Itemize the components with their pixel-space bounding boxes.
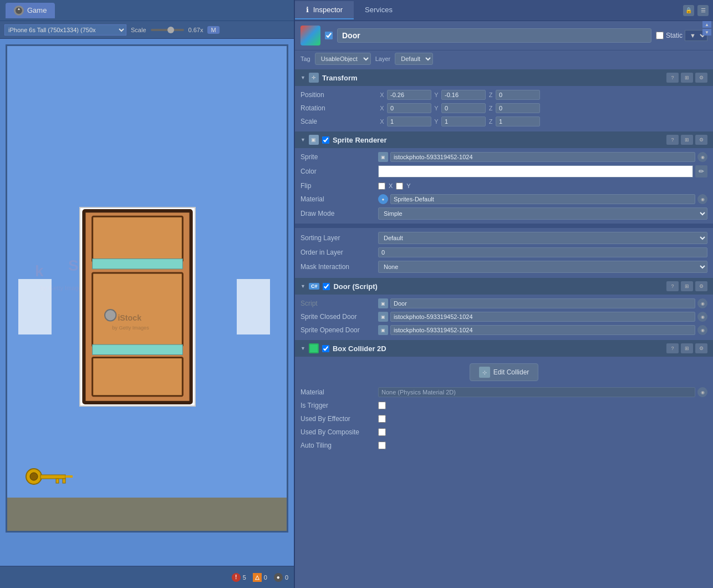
box-collider-layout-btn[interactable]: ⊞ xyxy=(681,343,693,353)
svg-rect-6 xyxy=(93,344,183,354)
pos-y-input[interactable] xyxy=(441,90,486,100)
warn-status[interactable]: △ 0 xyxy=(253,573,267,582)
sprite-opened-icon: ▣ xyxy=(378,325,388,335)
door-script-help-btn[interactable]: ? xyxy=(666,281,679,291)
box-collider-header[interactable]: ▼ Box Collider 2D ? ⊞ ⚙ xyxy=(295,340,713,357)
sorting-layer-label: Sorting Layer xyxy=(301,234,378,242)
sprite-closed-input[interactable] xyxy=(390,312,695,322)
box-collider-chevron: ▼ xyxy=(301,346,305,351)
game-tab[interactable]: Game xyxy=(6,3,55,18)
sprite-renderer-checkbox[interactable] xyxy=(322,136,329,144)
transform-gear-btn[interactable]: ⚙ xyxy=(695,73,707,83)
color-picker[interactable] xyxy=(378,165,693,178)
tab-services[interactable]: Services xyxy=(354,1,404,19)
transform-icon: ✛ xyxy=(309,73,319,83)
draw-mode-select[interactable]: Simple xyxy=(378,207,707,220)
box-collider-section: ▼ Box Collider 2D ? ⊞ ⚙ ⊹ Edit Collider xyxy=(295,340,713,454)
tag-select[interactable]: UsableObject xyxy=(315,53,371,65)
box-collider-checkbox[interactable] xyxy=(322,345,329,352)
collider-material-select-btn[interactable]: ◉ xyxy=(697,387,707,397)
edit-collider-button[interactable]: ⊹ Edit Collider xyxy=(470,363,539,381)
svg-rect-5 xyxy=(93,273,183,346)
is-trigger-checkbox[interactable] xyxy=(378,402,386,409)
sprite-renderer-toolbar: ? ⊞ ⚙ xyxy=(666,135,707,145)
door-script-header[interactable]: ▼ C# Door (Script) ? ⊞ ⚙ xyxy=(295,278,713,295)
material-select-btn[interactable]: ◉ xyxy=(697,194,707,204)
sprite-closed-row: Sprite Closed Door ▣ ◉ xyxy=(295,310,713,323)
inspector-tab-icons: 🔒 ☰ xyxy=(683,5,713,16)
box-collider-icon xyxy=(309,343,319,353)
door-script-layout-btn[interactable]: ⊞ xyxy=(681,281,693,291)
script-input[interactable] xyxy=(390,298,695,308)
sprite-opened-value: ▣ ◉ xyxy=(378,325,707,335)
sprite-value-input[interactable] xyxy=(390,152,695,162)
pos-x-input[interactable] xyxy=(387,90,431,100)
material-input[interactable] xyxy=(390,194,695,204)
flip-x-checkbox[interactable] xyxy=(378,183,385,190)
warn-icon: △ xyxy=(253,573,262,582)
scale-z-input[interactable] xyxy=(496,116,540,126)
flip-y-checkbox[interactable] xyxy=(396,183,403,190)
rot-x-input[interactable] xyxy=(387,103,431,113)
sprite-opened-input[interactable] xyxy=(390,325,695,335)
transform-help-btn[interactable]: ? xyxy=(666,73,679,83)
sprite-closed-select-btn[interactable]: ◉ xyxy=(697,312,707,322)
transform-header[interactable]: ▼ ✛ Transform ? ⊞ ⚙ xyxy=(295,69,713,86)
error-status[interactable]: ! 5 xyxy=(232,573,246,582)
sorting-layer-select[interactable]: Default xyxy=(378,232,707,244)
game-toolbar: iPhone 6s Tall (750x1334) (750x Scale 0.… xyxy=(0,21,294,39)
pos-z-input[interactable] xyxy=(496,90,540,100)
transform-chevron: ▼ xyxy=(301,75,305,80)
scale-z-label: Z xyxy=(487,118,495,125)
scroll-up-arrow[interactable]: ▲ xyxy=(702,21,711,28)
collider-material-input[interactable] xyxy=(378,387,695,397)
scale-x-input[interactable] xyxy=(387,116,431,126)
color-value: ✏ xyxy=(378,165,707,178)
used-by-composite-checkbox[interactable] xyxy=(378,428,386,436)
box-collider-help-btn[interactable]: ? xyxy=(666,343,679,353)
material-label: Material xyxy=(301,195,378,203)
material-row: Material ● ◉ xyxy=(295,192,713,206)
separator1 xyxy=(295,224,713,228)
scale-y-input[interactable] xyxy=(441,116,486,126)
svg-rect-3 xyxy=(93,216,183,261)
rot-z-input[interactable] xyxy=(496,103,540,113)
box-collider-gear-btn[interactable]: ⚙ xyxy=(695,343,707,353)
sprite-renderer-gear-btn[interactable]: ⚙ xyxy=(695,135,707,145)
static-checkbox[interactable] xyxy=(656,32,664,39)
pos-z-label: Z xyxy=(487,92,495,98)
order-in-layer-input[interactable] xyxy=(378,247,707,257)
object-name-input[interactable] xyxy=(337,28,651,43)
auto-tiling-checkbox[interactable] xyxy=(378,442,386,449)
script-select-btn[interactable]: ◉ xyxy=(697,298,707,308)
sprite-renderer-help-btn[interactable]: ? xyxy=(666,135,679,145)
sprite-renderer-layout-btn[interactable]: ⊞ xyxy=(681,135,693,145)
box-collider-body: ⊹ Edit Collider Material ◉ Is Trigger xyxy=(295,357,713,454)
mask-interaction-select[interactable]: None xyxy=(378,261,707,273)
tab-inspector[interactable]: ℹ Inspector xyxy=(295,1,354,19)
rot-y-label: Y xyxy=(432,105,440,111)
svg-point-12 xyxy=(30,473,38,480)
sprite-renderer-header[interactable]: ▼ ▣ Sprite Renderer ? ⊞ ⚙ xyxy=(295,131,713,148)
menu-icon-btn[interactable]: ☰ xyxy=(697,5,709,16)
transform-title: Transform xyxy=(322,74,663,82)
door-script-checkbox[interactable] xyxy=(323,283,330,290)
used-by-effector-checkbox[interactable] xyxy=(378,415,386,423)
resolution-select[interactable]: iPhone 6s Tall (750x1334) (750x xyxy=(4,24,126,36)
sprite-select-btn[interactable]: ◉ xyxy=(697,152,707,162)
collider-material-row: Material ◉ xyxy=(295,386,713,399)
sprite-opened-select-btn[interactable]: ◉ xyxy=(697,325,707,335)
layer-select[interactable]: Default xyxy=(395,53,433,65)
sprite-label: Sprite xyxy=(301,153,378,161)
rot-y-input[interactable] xyxy=(441,103,486,113)
info-status[interactable]: ● 0 xyxy=(274,573,288,582)
flip-y-label: Y xyxy=(406,183,410,189)
lock-icon-btn[interactable]: 🔒 xyxy=(683,5,694,16)
transform-layout-btn[interactable]: ⊞ xyxy=(681,73,693,83)
scroll-down-arrow[interactable]: ▼ xyxy=(702,29,711,36)
eyedropper-icon[interactable]: ✏ xyxy=(695,165,707,178)
object-active-checkbox[interactable] xyxy=(325,32,333,39)
sprite-opened-row: Sprite Opened Door ▣ ◉ xyxy=(295,323,713,337)
scale-slider[interactable] xyxy=(151,29,184,31)
door-script-gear-btn[interactable]: ⚙ xyxy=(695,281,707,291)
